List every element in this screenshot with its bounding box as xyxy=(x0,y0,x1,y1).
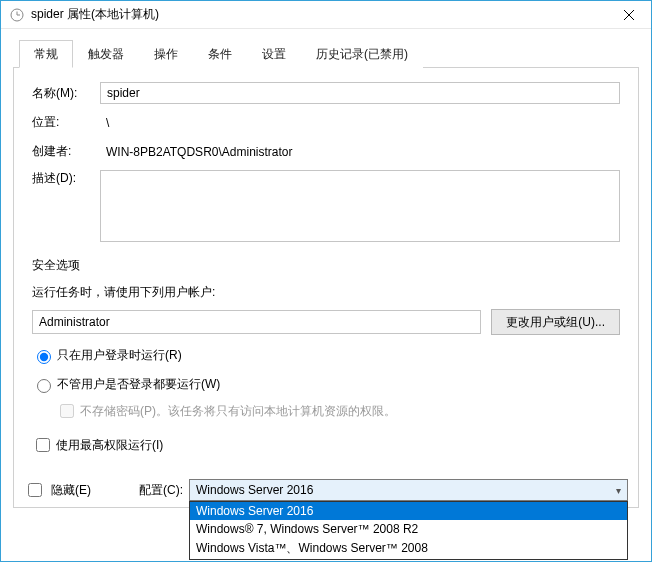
hidden-row: 隐藏(E) xyxy=(24,480,91,500)
radio-always-row: 不管用户是否登录都要运行(W) xyxy=(32,376,620,393)
radio-logged-on-label: 只在用户登录时运行(R) xyxy=(57,347,182,364)
name-input[interactable] xyxy=(100,82,620,104)
properties-window: spider 属性(本地计算机) 常规 触发器 操作 条件 设置 历史记录(已禁… xyxy=(0,0,652,562)
window-title: spider 属性(本地计算机) xyxy=(31,6,607,23)
radio-logged-on-row: 只在用户登录时运行(R) xyxy=(32,347,620,364)
security-prompt: 运行任务时，请使用下列用户帐户: xyxy=(32,284,620,301)
bottom-row: 隐藏(E) 配置(C): Windows Server 2016 ▾ Windo… xyxy=(24,479,628,501)
hidden-checkbox[interactable] xyxy=(28,483,42,497)
account-input xyxy=(32,310,481,334)
highest-privileges-checkbox[interactable] xyxy=(36,438,50,452)
row-location: 位置: \ xyxy=(32,114,620,131)
radio-logged-on[interactable] xyxy=(37,350,51,364)
configure-for-option[interactable]: Windows Vista™、Windows Server™ 2008 xyxy=(190,538,627,559)
description-label: 描述(D): xyxy=(32,170,100,187)
tabstrip: 常规 触发器 操作 条件 设置 历史记录(已禁用) xyxy=(13,39,639,68)
tab-general[interactable]: 常规 xyxy=(19,40,73,68)
chevron-down-icon: ▾ xyxy=(616,485,621,496)
row-description: 描述(D): xyxy=(32,170,620,245)
account-row: 更改用户或组(U)... xyxy=(32,309,620,335)
configure-for-combo[interactable]: Windows Server 2016 ▾ Windows Server 201… xyxy=(189,479,628,501)
tab-history[interactable]: 历史记录(已禁用) xyxy=(301,40,423,68)
configure-for-dropdown: Windows Server 2016 Windows® 7, Windows … xyxy=(189,501,628,560)
location-value: \ xyxy=(100,116,620,130)
configure-for-selected: Windows Server 2016 xyxy=(196,483,313,497)
tab-actions[interactable]: 操作 xyxy=(139,40,193,68)
tab-settings[interactable]: 设置 xyxy=(247,40,301,68)
configure-for-option[interactable]: Windows Server 2016 xyxy=(190,502,627,520)
row-name: 名称(M): xyxy=(32,82,620,104)
creator-value: WIN-8PB2ATQDSR0\Administrator xyxy=(100,145,620,159)
clock-icon xyxy=(9,7,25,23)
close-button[interactable] xyxy=(607,1,651,29)
location-label: 位置: xyxy=(32,114,100,131)
nostore-password-checkbox xyxy=(60,404,74,418)
highest-privileges-label: 使用最高权限运行(I) xyxy=(56,437,163,454)
radio-always-label: 不管用户是否登录都要运行(W) xyxy=(57,376,220,393)
security-section-title: 安全选项 xyxy=(32,257,620,274)
creator-label: 创建者: xyxy=(32,143,100,160)
row-creator: 创建者: WIN-8PB2ATQDSR0\Administrator xyxy=(32,143,620,160)
tab-content-general: 名称(M): 位置: \ 创建者: WIN-8PB2ATQDSR0\Admini… xyxy=(13,68,639,508)
configure-for-display[interactable]: Windows Server 2016 ▾ xyxy=(189,479,628,501)
hidden-label: 隐藏(E) xyxy=(51,482,91,499)
description-input[interactable] xyxy=(100,170,620,242)
change-user-button[interactable]: 更改用户或组(U)... xyxy=(491,309,620,335)
name-label: 名称(M): xyxy=(32,85,100,102)
configure-for-option[interactable]: Windows® 7, Windows Server™ 2008 R2 xyxy=(190,520,627,538)
radio-always[interactable] xyxy=(37,379,51,393)
highest-priv-row: 使用最高权限运行(I) xyxy=(32,435,620,455)
nostore-row: 不存储密码(P)。该任务将只有访问本地计算机资源的权限。 xyxy=(56,401,620,421)
body-area: 常规 触发器 操作 条件 设置 历史记录(已禁用) 名称(M): 位置: \ 创… xyxy=(1,29,651,520)
titlebar: spider 属性(本地计算机) xyxy=(1,1,651,29)
security-section: 安全选项 运行任务时，请使用下列用户帐户: 更改用户或组(U)... 只在用户登… xyxy=(32,257,620,455)
close-icon xyxy=(624,10,634,20)
tab-conditions[interactable]: 条件 xyxy=(193,40,247,68)
configure-for-label: 配置(C): xyxy=(139,482,183,499)
tab-triggers[interactable]: 触发器 xyxy=(73,40,139,68)
nostore-password-label: 不存储密码(P)。该任务将只有访问本地计算机资源的权限。 xyxy=(80,403,396,420)
